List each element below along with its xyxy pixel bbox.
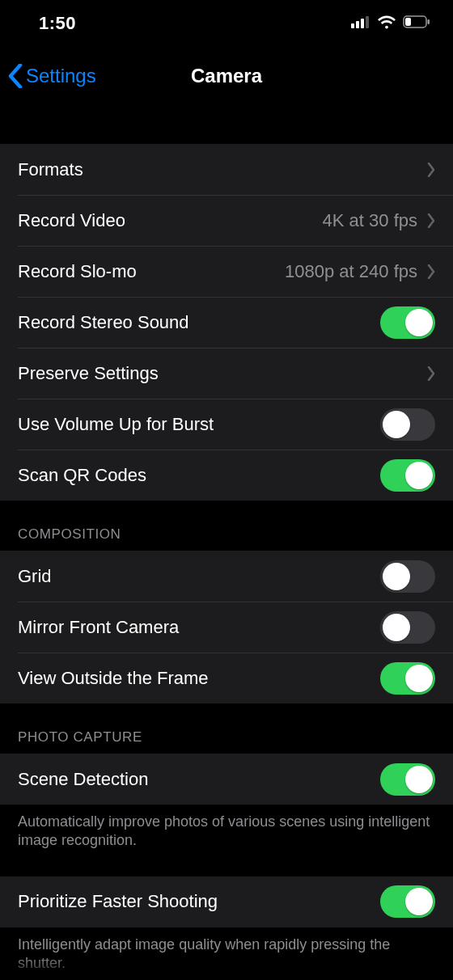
chevron-right-icon xyxy=(427,213,435,228)
row-label: Record Stereo Sound xyxy=(18,312,380,333)
status-time: 1:50 xyxy=(39,13,76,34)
settings-group-composition: Grid Mirror Front Camera View Outside th… xyxy=(0,551,453,703)
row-value: 4K at 30 fps xyxy=(323,210,417,231)
row-faster-shooting: Prioritize Faster Shooting xyxy=(0,877,453,927)
section-footer-faster: Intelligently adapt image quality when r… xyxy=(0,927,453,980)
toggle-stereo-sound[interactable] xyxy=(380,306,435,339)
row-label: Scan QR Codes xyxy=(18,465,380,486)
chevron-left-icon xyxy=(8,64,23,88)
battery-icon xyxy=(403,15,430,32)
row-label: Mirror Front Camera xyxy=(18,617,380,638)
cellular-icon xyxy=(351,15,370,32)
row-label: Formats xyxy=(18,159,427,180)
section-footer-scene: Automatically improve photos of various … xyxy=(0,805,453,862)
row-scan-qr: Scan QR Codes xyxy=(0,450,453,501)
row-volume-burst: Use Volume Up for Burst xyxy=(0,399,453,450)
status-bar: 1:50 xyxy=(0,0,453,47)
section-header-photo-capture: Photo Capture xyxy=(0,703,453,754)
row-label: Preserve Settings xyxy=(18,363,427,384)
status-icons xyxy=(351,15,430,32)
row-formats[interactable]: Formats xyxy=(0,144,453,195)
svg-rect-2 xyxy=(361,19,364,28)
row-value: 1080p at 240 fps xyxy=(285,261,417,282)
back-button[interactable]: Settings xyxy=(8,64,96,88)
toggle-grid[interactable] xyxy=(380,560,435,593)
toggle-volume-burst[interactable] xyxy=(380,408,435,441)
row-mirror-front: Mirror Front Camera xyxy=(0,602,453,653)
chevron-right-icon xyxy=(427,163,435,177)
nav-bar: Settings Camera xyxy=(0,47,453,105)
row-label: Record Video xyxy=(18,210,323,231)
row-stereo-sound: Record Stereo Sound xyxy=(0,297,453,348)
toggle-scene-detection[interactable] xyxy=(380,763,435,796)
toggle-faster-shooting[interactable] xyxy=(380,885,435,918)
row-record-video[interactable]: Record Video 4K at 30 fps xyxy=(0,195,453,246)
svg-rect-3 xyxy=(366,16,369,28)
chevron-right-icon xyxy=(427,366,435,381)
page-title: Camera xyxy=(191,65,262,87)
wifi-icon xyxy=(377,15,396,32)
svg-rect-1 xyxy=(356,21,359,28)
svg-rect-6 xyxy=(405,18,411,26)
row-view-outside: View Outside the Frame xyxy=(0,653,453,703)
row-preserve-settings[interactable]: Preserve Settings xyxy=(0,348,453,399)
svg-rect-0 xyxy=(351,23,354,28)
settings-group-main: Formats Record Video 4K at 30 fps Record… xyxy=(0,144,453,501)
row-record-slomo[interactable]: Record Slo-mo 1080p at 240 fps xyxy=(0,246,453,297)
row-label: Prioritize Faster Shooting xyxy=(18,891,380,912)
section-header-composition: Composition xyxy=(0,501,453,551)
row-scene-detection: Scene Detection xyxy=(0,754,453,805)
toggle-mirror-front[interactable] xyxy=(380,611,435,644)
settings-group-photo-capture-1: Scene Detection xyxy=(0,754,453,805)
row-label: Record Slo-mo xyxy=(18,261,285,282)
spacer xyxy=(0,105,453,144)
row-label: Use Volume Up for Burst xyxy=(18,414,380,435)
svg-rect-5 xyxy=(428,19,430,24)
chevron-right-icon xyxy=(427,264,435,279)
back-label: Settings xyxy=(26,65,96,87)
settings-group-photo-capture-2: Prioritize Faster Shooting xyxy=(0,877,453,927)
row-grid: Grid xyxy=(0,551,453,602)
toggle-view-outside[interactable] xyxy=(380,662,435,695)
row-label: Grid xyxy=(18,566,380,587)
toggle-scan-qr[interactable] xyxy=(380,459,435,492)
row-label: Scene Detection xyxy=(18,769,380,790)
row-label: View Outside the Frame xyxy=(18,668,380,689)
